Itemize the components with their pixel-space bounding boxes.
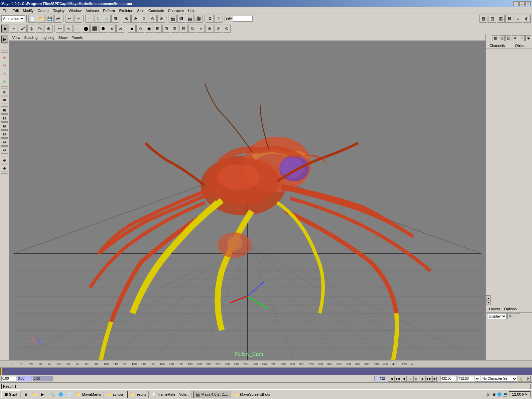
taskbar-icon4[interactable]: 🔍 <box>48 391 55 398</box>
sphere-btn[interactable]: ⬤ <box>82 25 90 33</box>
lasso-btn[interactable]: ⌖ <box>10 25 18 33</box>
sel-input[interactable] <box>233 16 253 22</box>
curve2-btn[interactable]: ∿ <box>65 25 72 33</box>
layers-refresh-btn[interactable]: ⟳ <box>507 313 513 319</box>
new-file-btn[interactable]: 📄 <box>28 15 36 23</box>
close-button[interactable]: ✕ <box>525 1 531 6</box>
rp-icon4-btn[interactable]: 🖥 <box>512 35 518 41</box>
help-btn[interactable]: ? <box>214 15 222 23</box>
vp-menu-show[interactable]: Show <box>57 35 69 40</box>
start-button[interactable]: ⊞ Start <box>1 390 21 398</box>
save-as-btn[interactable]: 🗃 <box>54 15 62 23</box>
anim7-btn[interactable]: ⊡ <box>180 25 188 33</box>
select-mode-btn[interactable]: ▶ <box>1 36 8 43</box>
vp-menu-view[interactable]: View <box>11 35 22 40</box>
rp-icon1-btn[interactable]: ▦ <box>492 35 498 41</box>
menu-file[interactable]: File <box>1 8 11 13</box>
layers-scroll-btn[interactable]: ↕ <box>514 313 520 319</box>
step-fwd-btn[interactable]: ▶▶ <box>426 376 432 382</box>
end-frame-field2[interactable] <box>458 376 474 381</box>
cyl-btn[interactable]: ⬢ <box>99 25 107 33</box>
hide-all-btn[interactable]: ⊡ <box>1 130 8 138</box>
no-char-selector[interactable]: No Character Se <box>481 376 517 382</box>
vp-menu-shading[interactable]: Shading <box>23 35 39 40</box>
rotate-btn[interactable]: ↻ <box>94 15 102 23</box>
taskbar-screenshots[interactable]: 📁 MayaScreenShots <box>232 391 272 398</box>
menu-edit[interactable]: Edit <box>11 8 21 13</box>
toggle-manip-btn[interactable]: ⊠ <box>1 122 8 130</box>
taskbar-framerate[interactable]: 📝 frameRate - Note... <box>150 391 192 398</box>
vp-menu-panels[interactable]: Panels <box>70 35 84 40</box>
paint-mode-btn[interactable]: ○ <box>1 44 8 51</box>
anim8-btn[interactable]: ⌬ <box>188 25 196 33</box>
icon2-btn[interactable]: ○ <box>514 15 522 23</box>
taskbar-icon3[interactable]: ▶ <box>39 391 47 398</box>
taskbar-icon1[interactable]: 🖥 <box>22 391 29 398</box>
paint-select-btn[interactable]: 🖌 <box>19 25 27 33</box>
rotate-tool-btn[interactable]: ↻ <box>1 62 8 69</box>
ik-btn[interactable]: ⋈ <box>116 25 124 33</box>
scale-tool-btn[interactable]: ⤡ <box>1 70 8 77</box>
curve1-btn[interactable]: 〜 <box>56 25 64 33</box>
save-btn[interactable]: 💾 <box>46 15 54 23</box>
current-frame-field[interactable] <box>17 376 32 381</box>
render1-btn[interactable]: 🎬 <box>169 15 177 23</box>
anim3-btn[interactable]: ◉ <box>145 25 153 33</box>
isolate-btn[interactable]: ⊗ <box>1 138 8 146</box>
display-btn[interactable]: ⊘ <box>1 146 8 154</box>
start-frame-field[interactable] <box>1 376 16 381</box>
soft-mod-btn[interactable]: ◎ <box>1 88 8 95</box>
object-tab[interactable]: Object <box>509 42 532 49</box>
icon3-btn[interactable]: ◎ <box>523 15 531 23</box>
layout3-btn[interactable]: ▥ <box>497 15 505 23</box>
layers-options-tab[interactable]: Options <box>502 306 519 312</box>
sculpt-tool-btn[interactable]: ⊕ <box>1 96 8 103</box>
right-panel-scrollbar[interactable]: ▲ ▼ <box>486 295 490 305</box>
hide-manip-btn[interactable]: ⊟ <box>1 114 8 122</box>
menu-skeleton[interactable]: Skeleton <box>117 8 135 13</box>
play-fwd-btn[interactable]: ▷ <box>413 376 419 382</box>
open-file-btn[interactable]: 📂 <box>37 15 45 23</box>
anim9-btn[interactable]: ⋄ <box>197 25 205 33</box>
last-tool-btn[interactable]: ⊛ <box>1 78 8 85</box>
go-end-btn[interactable]: ▶| <box>432 376 438 382</box>
anim10-btn[interactable]: ⊗ <box>205 25 213 33</box>
misc1-btn[interactable]: - <box>1 175 8 182</box>
taskbar-scripts[interactable]: 📁 scripts <box>105 391 126 398</box>
viewport-area[interactable]: View Shading Lighting Show Panels <box>9 34 485 360</box>
snap5-btn[interactable]: ⊛ <box>157 15 165 23</box>
menu-create[interactable]: Create <box>36 8 51 13</box>
anim12-btn[interactable]: ⊙ <box>223 25 231 33</box>
scroll-up-btn[interactable]: ▲ <box>486 296 491 300</box>
end-frame-field1[interactable] <box>440 376 457 381</box>
rp-icon6-btn[interactable]: ◉ <box>525 35 531 41</box>
go-start-btn[interactable]: |◀ <box>388 376 394 382</box>
menu-skin[interactable]: Skin <box>135 8 146 13</box>
soft-select-btn[interactable]: ◎ <box>27 25 35 33</box>
lock-btn[interactable]: 🔒 <box>518 376 524 382</box>
taskbar-icon6[interactable]: 📧 <box>65 391 72 398</box>
next-frame-btn[interactable]: ▶ <box>420 376 426 382</box>
snap4-btn[interactable]: ⊙ <box>149 15 157 23</box>
vp-menu-lighting[interactable]: Lighting <box>40 35 56 40</box>
menu-help[interactable]: Help <box>186 8 198 13</box>
anim2-btn[interactable]: ◇ <box>136 25 144 33</box>
scale-btn[interactable]: ⤡ <box>103 15 111 23</box>
taskbar-maya[interactable]: 🎬 Maya 4.0.2: C:... <box>193 391 231 398</box>
cluster-btn[interactable]: ⊕ <box>45 25 53 33</box>
menu-display[interactable]: Display <box>51 8 66 13</box>
maximize-button[interactable]: □ <box>519 1 525 6</box>
anim1-btn[interactable]: ◆ <box>128 25 136 33</box>
render3-btn[interactable]: 📷 <box>186 15 194 23</box>
minimize-button[interactable]: _ <box>513 1 519 6</box>
taskbar-icon2[interactable]: 📁 <box>31 391 38 398</box>
menu-character[interactable]: Character <box>166 8 186 13</box>
icon1-btn[interactable]: 🖥 <box>505 15 513 23</box>
menu-window[interactable]: Window <box>66 8 83 13</box>
prev-frame-btn[interactable]: ◀ <box>401 376 407 382</box>
redo-btn[interactable]: ↪ <box>74 15 82 23</box>
timeline-track[interactable] <box>0 368 532 375</box>
attr-btn[interactable]: ⚙ <box>206 15 214 23</box>
snap1-btn[interactable]: ⊕ <box>123 15 131 23</box>
render2-btn[interactable]: 🖼 <box>177 15 185 23</box>
